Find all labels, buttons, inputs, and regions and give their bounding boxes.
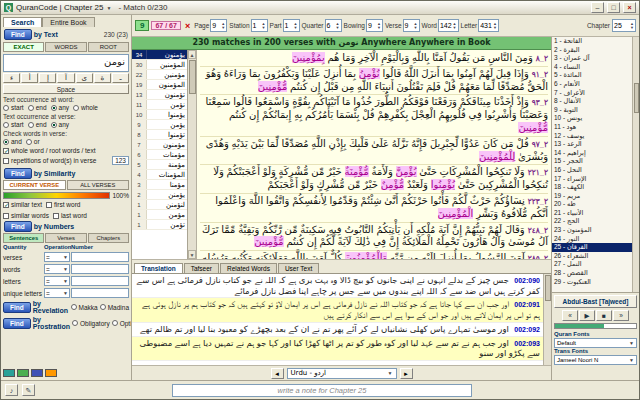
word-list-item[interactable]: 1 لنؤمنن xyxy=(132,200,187,210)
chapter-note-input[interactable] xyxy=(172,384,472,397)
obligatory-option[interactable]: Obligatory xyxy=(72,320,110,327)
group-spinner[interactable]: 9▲▼ xyxy=(210,19,227,32)
word-list-item[interactable]: 6 مؤمنات xyxy=(132,150,187,160)
whole-word-checkbox-row[interactable]: whole word / root words / text xyxy=(3,146,129,155)
tab-tafseer[interactable]: Tafseer xyxy=(184,263,219,273)
verse-row[interactable]: ٢_٩٧قُلْ مَن كَانَ عَدُوًّا لِّجِبْرِيلَ… xyxy=(200,137,548,166)
search-input[interactable]: نومن xyxy=(3,54,129,72)
chapter-list-item[interactable]: 27 - النمل xyxy=(552,260,632,269)
number-input[interactable] xyxy=(71,288,129,298)
maximize-button[interactable]: □ xyxy=(607,2,620,13)
spinner-arrows-icon[interactable]: ▲▼ xyxy=(336,22,340,29)
chapter-list-item[interactable]: 13 - الرعد xyxy=(552,140,632,149)
verse-row[interactable]: ٢_٩٣وَإِذْ أَخَذْنَا مِيثَاقَكُمْ وَرَفَ… xyxy=(200,95,548,136)
bookmark-button[interactable] xyxy=(45,369,57,377)
bookmark-button[interactable] xyxy=(3,369,15,377)
tab-entire-book[interactable]: Entire Book xyxy=(42,17,94,27)
arabic-key-button[interactable]: ـ xyxy=(112,73,129,83)
madina-option[interactable]: Madina xyxy=(100,304,129,311)
player-button[interactable]: ■ xyxy=(596,310,612,321)
arabic-key-button[interactable]: إ xyxy=(39,73,56,83)
current-verse-button[interactable]: CURRENT VERSE xyxy=(3,180,66,190)
scroll-down-icon[interactable]: ▼ xyxy=(188,250,196,259)
font-dropdown[interactable]: Default▼ xyxy=(554,338,637,348)
spinner-arrows-icon[interactable]: ▲▼ xyxy=(262,22,266,29)
radio-icon[interactable] xyxy=(28,122,34,128)
translation-row[interactable]: 002:092 اور موسیٰ تمہارے پاس کھلی نشانیا… xyxy=(132,323,543,337)
find-by-similarity-button[interactable]: Find xyxy=(4,168,32,179)
audio-icon[interactable]: ♪ xyxy=(5,384,18,396)
word-list-item[interactable]: 34 يؤمنون xyxy=(132,50,187,60)
tab-root[interactable]: ROOT xyxy=(88,42,129,52)
radio-icon[interactable] xyxy=(26,139,32,145)
font-dropdown[interactable]: Jameel Noori N▼ xyxy=(554,355,637,365)
word-list-item[interactable]: 1 تؤمن xyxy=(132,220,187,230)
next-translation-button[interactable]: ► xyxy=(400,368,413,379)
checkbox-icon[interactable] xyxy=(3,202,9,208)
radio-icon[interactable] xyxy=(51,105,57,111)
radio-option[interactable]: end xyxy=(28,104,47,111)
word-list-item[interactable]: 3 مؤمنا xyxy=(132,180,187,190)
chapter-list-item[interactable]: 9 - التوبة xyxy=(552,106,632,115)
scroll-up-icon[interactable]: ▲ xyxy=(188,50,196,59)
scroll-thumb[interactable] xyxy=(189,60,196,94)
radio-option[interactable]: start xyxy=(3,104,24,111)
spinner-arrows-icon[interactable]: ▲▼ xyxy=(221,22,225,29)
number-input[interactable] xyxy=(71,264,129,274)
number-input[interactable] xyxy=(71,276,129,286)
group-spinner[interactable]: 9▲▼ xyxy=(366,19,383,32)
operation-dropdown[interactable]: =▼ xyxy=(44,288,70,298)
verse-row[interactable]: ٢_٢٤٨وَقَالَ لَهُمْ نَبِيُّهُمْ إِنَّ آي… xyxy=(200,223,548,252)
translation-row[interactable]: 002:091 اور جب ان سے کہا جاتا ہے کہ جو ک… xyxy=(132,298,543,322)
scroll-thumb[interactable] xyxy=(545,275,551,301)
chapter-spinner[interactable]: 25▲▼ xyxy=(612,19,636,32)
tab-user-text[interactable]: User Text xyxy=(278,263,319,273)
verse-row[interactable]: ٢_٢٢١وَلَا تَنكِحُوا الْمُشْرِكَاتِ حَتَ… xyxy=(200,165,548,194)
chapter-list-item[interactable]: 22 - الحج xyxy=(552,217,632,226)
find-by-prostration-button[interactable]: Find xyxy=(3,318,31,329)
tab-chapters[interactable]: Chapters xyxy=(88,233,129,243)
radio-option[interactable]: any xyxy=(51,104,69,111)
arabic-key-button[interactable]: ى xyxy=(76,73,93,83)
scroll-thumb[interactable] xyxy=(634,83,639,113)
verse-row[interactable]: ٢_٢٢٣نِسَاؤُكُمْ حَرْثٌ لَّكُمْ فَأْتُوا… xyxy=(200,194,548,223)
chapter-list-item[interactable]: 7 - الأعراف xyxy=(552,89,632,98)
spinner-arrows-icon[interactable]: ▲▼ xyxy=(377,22,381,29)
chapter-list-item[interactable]: 2 - البقرة xyxy=(552,46,632,55)
number-input[interactable] xyxy=(71,252,129,262)
radio-icon[interactable] xyxy=(3,122,9,128)
spinner-arrows-icon[interactable]: ▲▼ xyxy=(414,22,418,29)
spinner-arrows-icon[interactable]: ▲▼ xyxy=(453,22,457,29)
operation-dropdown[interactable]: =▼ xyxy=(44,264,70,274)
chapter-list-item[interactable]: 3 - آل عمران xyxy=(552,54,632,63)
makka-option[interactable]: Makka xyxy=(71,304,98,311)
tab-related-words[interactable]: Related Words xyxy=(220,263,277,273)
repetitions-checkbox[interactable] xyxy=(3,158,9,164)
translation-language-dropdown[interactable]: Urdu - اردو▼ xyxy=(287,368,397,379)
verse-row[interactable]: ٢_٩١وَإِذَا قِيلَ لَهُمْ آمِنُوا بِمَا أ… xyxy=(200,67,548,96)
spinner-arrows-icon[interactable]: ▲▼ xyxy=(630,22,634,29)
radio-option[interactable]: any xyxy=(51,121,69,128)
arabic-key-button[interactable]: أ xyxy=(21,73,38,83)
radio-option[interactable]: and xyxy=(3,138,22,145)
tab-words[interactable]: WORDS xyxy=(45,42,86,52)
word-list-item[interactable]: 13 تؤمنون xyxy=(132,90,187,100)
translation-row[interactable]: 002:093 اور جب ہم نے تم سے عہد لیا اور ک… xyxy=(132,337,543,361)
tab-verses[interactable]: Verses xyxy=(45,233,86,243)
selection-indicator[interactable]: 9 xyxy=(135,20,149,31)
chapter-list-item[interactable]: 11 - هود xyxy=(552,123,632,132)
translation-row[interactable]: 002:090 جس چیز کے بدلے انہوں نے اپنی جان… xyxy=(132,274,543,298)
bookmark-button[interactable] xyxy=(17,369,29,377)
stop-button[interactable]: × xyxy=(183,21,192,31)
word-list-item[interactable]: 4 المؤمنات xyxy=(132,170,187,180)
spinner-arrows-icon[interactable]: ▲▼ xyxy=(294,22,298,29)
previous-translation-button[interactable]: ◄ xyxy=(271,368,284,379)
group-spinner[interactable]: 142▲▼ xyxy=(438,19,459,32)
group-spinner[interactable]: 431▲▼ xyxy=(478,19,499,32)
word-list-item[interactable]: 19 المؤمنون xyxy=(132,80,187,90)
verse-row[interactable]: ٢_٨وَمِنَ النَّاسِ مَن يَقُولُ آمَنَّا ب… xyxy=(200,51,548,67)
group-spinner[interactable]: 9▲▼ xyxy=(403,19,420,32)
radio-icon[interactable] xyxy=(71,304,77,310)
chapter-list-item[interactable]: 4 - النساء xyxy=(552,63,632,72)
note-icon[interactable]: ✎ xyxy=(22,384,35,396)
